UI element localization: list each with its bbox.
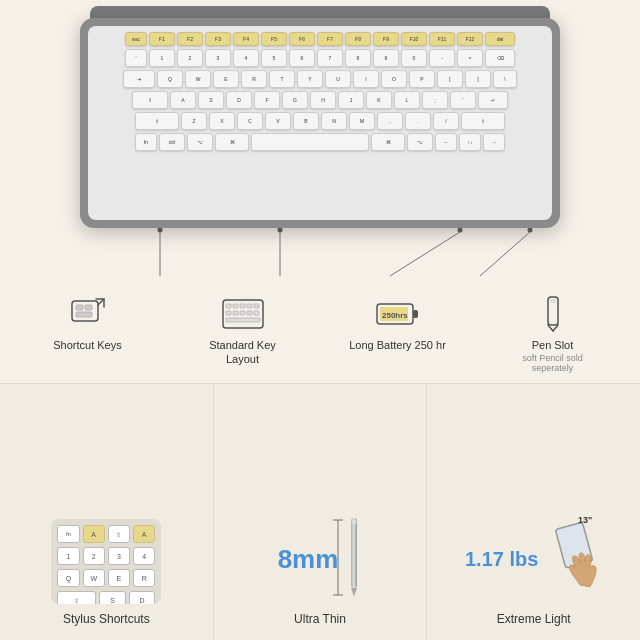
svg-rect-9 bbox=[76, 305, 83, 310]
tablet-hand-svg: 13" bbox=[542, 515, 602, 600]
key-m: M bbox=[349, 112, 375, 130]
features-row: Shortcut Keys Standard Key Layout bbox=[0, 282, 640, 383]
key-l: L bbox=[394, 91, 420, 109]
key-n: N bbox=[321, 112, 347, 130]
svg-line-5 bbox=[390, 232, 460, 276]
key-cmd-l: ⌘ bbox=[215, 133, 249, 151]
svg-line-30 bbox=[548, 325, 553, 331]
mini-key-r: R bbox=[133, 569, 155, 587]
key-j: J bbox=[338, 91, 364, 109]
key-5: 5 bbox=[261, 49, 287, 67]
card-light-label: Extreme Light bbox=[497, 612, 571, 626]
callout-area bbox=[80, 228, 560, 278]
ultra-thin-container: 8mm bbox=[278, 514, 363, 604]
key-f8: F8 bbox=[345, 32, 371, 46]
key-k: K bbox=[366, 91, 392, 109]
key-w: W bbox=[185, 70, 211, 88]
svg-line-31 bbox=[553, 325, 558, 331]
key-f4: F4 bbox=[233, 32, 259, 46]
card-stylus-shortcuts: fn A ⇧ A 1 2 3 4 Q W E R ⇪ S D bbox=[0, 384, 214, 640]
mini-row-3: Q W E R bbox=[57, 569, 155, 587]
svg-rect-19 bbox=[233, 311, 238, 315]
key-left: ← bbox=[435, 133, 457, 151]
callout-svg bbox=[80, 228, 560, 278]
key-f12: F12 bbox=[457, 32, 483, 46]
key-backspace: ⌫ bbox=[485, 49, 515, 67]
key-i: I bbox=[353, 70, 379, 88]
pen-slot-label: Pen Slot bbox=[532, 338, 574, 352]
mini-key-2: 2 bbox=[83, 547, 105, 565]
svg-rect-18 bbox=[226, 311, 231, 315]
svg-rect-25 bbox=[413, 310, 418, 318]
key-equals: = bbox=[457, 49, 483, 67]
svg-rect-23 bbox=[226, 318, 260, 322]
mini-key-s: S bbox=[99, 591, 126, 604]
extreme-light-container: 1.17 lbs 13" bbox=[465, 514, 602, 604]
key-8: 8 bbox=[345, 49, 371, 67]
number-row: ` 1 2 3 4 5 6 7 8 9 0 - = ⌫ bbox=[94, 49, 546, 67]
key-s: S bbox=[198, 91, 224, 109]
key-0: 0 bbox=[401, 49, 427, 67]
stylus-svg bbox=[346, 515, 362, 600]
keyboard-icon bbox=[221, 294, 265, 334]
key-7: 7 bbox=[317, 49, 343, 67]
keyboard-section: esc F1 F2 F3 F4 F5 F6 F7 F8 F9 F10 F11 F… bbox=[0, 0, 640, 228]
feature-standard-key-layout: Standard Key Layout bbox=[193, 294, 293, 367]
key-caps: ⇪ bbox=[132, 91, 168, 109]
key-period: . bbox=[405, 112, 431, 130]
svg-point-4 bbox=[458, 228, 463, 233]
key-esc: esc bbox=[125, 32, 147, 46]
mini-key-3: 3 bbox=[108, 547, 130, 565]
keyboard-case: esc F1 F2 F3 F4 F5 F6 F7 F8 F9 F10 F11 F… bbox=[80, 18, 560, 228]
measurement-arrows bbox=[328, 515, 348, 600]
tablet-hand-container: 13" bbox=[542, 515, 602, 604]
key-c: C bbox=[237, 112, 263, 130]
battery-icon: 250hrs bbox=[376, 294, 420, 334]
mini-key-shift: ⇧ bbox=[108, 525, 130, 543]
pen-slot-sublabel: soft Pencil sold seperately bbox=[503, 353, 603, 373]
key-del: del bbox=[485, 32, 515, 46]
svg-rect-17 bbox=[254, 304, 259, 308]
key-1: 1 bbox=[149, 49, 175, 67]
mini-key-4: 4 bbox=[133, 547, 155, 565]
svg-rect-13 bbox=[226, 304, 231, 308]
zxcv-row: ⇧ Z X C V B N M , . / ⇧ bbox=[94, 112, 546, 130]
key-h: H bbox=[310, 91, 336, 109]
svg-rect-8 bbox=[72, 301, 98, 321]
svg-point-0 bbox=[158, 228, 163, 233]
key-fn: fn bbox=[135, 133, 157, 151]
key-x: X bbox=[209, 112, 235, 130]
key-f1: F1 bbox=[149, 32, 175, 46]
key-f9: F9 bbox=[373, 32, 399, 46]
key-q: Q bbox=[157, 70, 183, 88]
card-ultra-thin: 8mm bbox=[214, 384, 428, 640]
key-alt-l: ⌥ bbox=[187, 133, 213, 151]
shortcut-keys-label: Shortcut Keys bbox=[53, 338, 121, 352]
key-3: 3 bbox=[205, 49, 231, 67]
key-updown: ↑↓ bbox=[459, 133, 481, 151]
feature-pen-slot: Pen Slot soft Pencil sold seperately bbox=[503, 294, 603, 373]
key-e: E bbox=[213, 70, 239, 88]
key-z: Z bbox=[181, 112, 207, 130]
key-o: O bbox=[381, 70, 407, 88]
key-a: A bbox=[170, 91, 196, 109]
svg-rect-10 bbox=[85, 305, 92, 310]
key-f6: F6 bbox=[289, 32, 315, 46]
key-r: R bbox=[241, 70, 267, 88]
key-y: Y bbox=[297, 70, 323, 88]
feature-shortcut-keys: Shortcut Keys bbox=[38, 294, 138, 352]
key-slash: / bbox=[433, 112, 459, 130]
svg-rect-22 bbox=[254, 311, 259, 315]
svg-rect-32 bbox=[351, 518, 357, 588]
key-4: 4 bbox=[233, 49, 259, 67]
qwerty-row: ⇥ Q W E R T Y U I O P [ ] \ bbox=[94, 70, 546, 88]
svg-rect-29 bbox=[550, 299, 556, 303]
svg-point-2 bbox=[278, 228, 283, 233]
svg-rect-15 bbox=[240, 304, 245, 308]
card-stylus-label: Stylus Shortcuts bbox=[63, 612, 150, 626]
svg-rect-20 bbox=[240, 311, 245, 315]
key-v: V bbox=[265, 112, 291, 130]
key-lbracket: [ bbox=[437, 70, 463, 88]
mini-key-a2-highlighted: A bbox=[133, 525, 155, 543]
card-thin-label: Ultra Thin bbox=[294, 612, 346, 626]
